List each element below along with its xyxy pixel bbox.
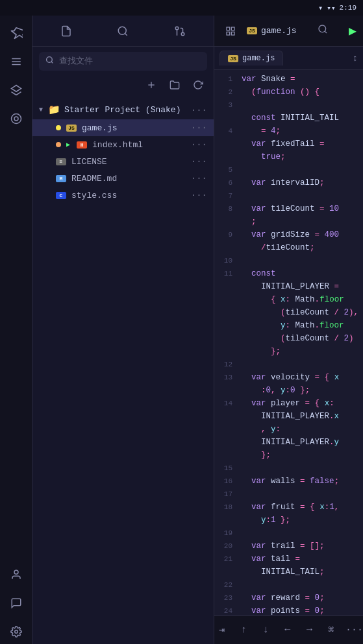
code-line-24: 24 var points = 0;	[214, 604, 363, 615]
code-line-2: 2 (function () {	[214, 86, 363, 99]
file-menu-stylecss[interactable]: ···	[191, 190, 207, 200]
svg-line-1	[11, 92, 16, 95]
svg-line-21	[325, 31, 327, 33]
svg-point-4	[14, 117, 18, 121]
code-line-13b: :0, y:0 };	[214, 384, 363, 397]
code-editor[interactable]: 1 var Snake = 2 (function () { 3 const I…	[214, 70, 363, 615]
layers-activity-icon[interactable]	[4, 78, 29, 102]
svg-point-6	[14, 630, 18, 634]
add-folder-button[interactable]	[166, 76, 184, 94]
code-line-17: 17	[214, 488, 363, 501]
file-name-readme: README.md	[71, 174, 186, 184]
chat-activity-icon[interactable]	[4, 591, 29, 615]
tab-key-button[interactable]: ⇥	[214, 620, 230, 641]
file-item-stylecss[interactable]: C style.css ···	[32, 187, 214, 204]
svg-point-7	[119, 27, 127, 34]
svg-point-10	[175, 27, 179, 30]
sidebar-actions	[32, 76, 214, 98]
code-line-14d: INITIAL_PLAYER.y	[214, 436, 363, 449]
code-line-4: 4 = 4;	[214, 125, 363, 137]
code-line-9b: /tileCount;	[214, 241, 363, 254]
file-menu-gamejs[interactable]: ···	[191, 123, 207, 133]
js-file-icon: JS	[66, 123, 77, 133]
code-line-16: 16 var walls = false;	[214, 475, 363, 488]
file-menu-license[interactable]: ···	[191, 156, 207, 167]
sidebar-search-icon[interactable]	[112, 21, 133, 42]
code-line-23: 23 var reward = 0;	[214, 591, 363, 604]
files-activity-icon[interactable]	[4, 49, 29, 74]
readme-file-icon: M	[56, 173, 66, 184]
file-item-gamejs[interactable]: JS game.js ···	[32, 119, 214, 136]
editor-search-button[interactable]	[318, 24, 328, 38]
tab-js-badge: JS	[228, 55, 238, 62]
code-line-11b: INITIAL_PLAYER =	[214, 280, 363, 293]
svg-point-9	[181, 32, 184, 36]
code-line-6: 6 var intervalID;	[214, 176, 363, 189]
code-line-12: 12	[214, 358, 363, 371]
code-line-22: 22	[214, 578, 363, 591]
sidebar-git-icon[interactable]	[169, 21, 190, 42]
tab-gamejs[interactable]: JS game.js	[219, 51, 283, 66]
editor-area: JS game.js ▶ JS game.js ↕ 1 var Snake =	[214, 16, 363, 644]
code-line-3: 3	[214, 99, 363, 112]
file-name-stylecss: style.css	[71, 191, 186, 200]
run-button[interactable]: ▶	[349, 23, 357, 39]
editor-collapse-icon[interactable]	[221, 21, 240, 41]
code-line-15: 15	[214, 462, 363, 475]
project-folder-name: Starter Project (Snake)	[64, 105, 187, 115]
command-key-button[interactable]: ⌘	[323, 620, 339, 641]
folder-menu-icon[interactable]: ···	[191, 105, 207, 115]
file-name-indexhtml: index.html	[92, 140, 186, 150]
code-line-11d: (tileCount / 2),	[214, 306, 363, 319]
code-line-11: 11 const	[214, 267, 363, 280]
folder-arrow-icon: ▼	[39, 106, 43, 113]
activity-bar	[0, 16, 32, 644]
file-item-readme[interactable]: M README.md ···	[32, 170, 214, 187]
code-line-20: 20 var trail = [];	[214, 540, 363, 553]
code-line-fixed2: true;	[214, 150, 363, 163]
code-line-8: 8 var tileCount = 10	[214, 202, 363, 215]
code-line-7: 7	[214, 189, 363, 202]
status-bar: ▾ ▾▾ 2:19	[0, 0, 363, 16]
wifi-icon: ▾	[318, 3, 323, 13]
signal-icon: ▾▾	[327, 4, 335, 12]
settings-activity-icon[interactable]	[4, 619, 29, 644]
file-item-license[interactable]: ≡ LICENSE ···	[32, 153, 214, 170]
code-line-14: 14 var player = { x:	[214, 397, 363, 410]
pin-activity-icon[interactable]	[4, 21, 29, 45]
bottom-bar: ⇥ ↑ ↓ ← → ⌘ ···	[214, 615, 363, 644]
right-arrow-button[interactable]: →	[302, 620, 318, 641]
file-dot-html-icon	[56, 142, 61, 147]
add-file-button[interactable]	[142, 76, 160, 94]
down-arrow-button[interactable]: ↓	[258, 620, 273, 641]
svg-point-3	[11, 114, 21, 124]
svg-line-2	[16, 92, 21, 95]
left-arrow-button[interactable]: ←	[280, 620, 295, 641]
file-item-indexhtml[interactable]: ▶ H index.html ···	[32, 136, 214, 153]
file-tree: ▼ 📁 Starter Project (Snake) ··· JS game.…	[32, 98, 214, 644]
editor-filename-label: game.js	[261, 26, 297, 36]
file-name-license: LICENSE	[71, 157, 186, 167]
refresh-button[interactable]	[189, 76, 207, 94]
more-options-button[interactable]: ···	[345, 620, 363, 641]
editor-topbar: JS game.js ▶	[214, 16, 363, 47]
css-file-icon: C	[56, 190, 66, 200]
tab-sort-button[interactable]: ↕	[353, 53, 358, 64]
up-arrow-button[interactable]: ↑	[236, 620, 252, 641]
target-activity-icon[interactable]	[4, 106, 29, 131]
person-activity-icon[interactable]	[4, 562, 29, 587]
file-menu-indexhtml[interactable]: ···	[191, 139, 207, 150]
sidebar-topbar	[32, 16, 214, 47]
code-line-9: 9 var gridSize = 400	[214, 228, 363, 241]
search-bar[interactable]	[39, 52, 207, 71]
code-line-18b: y:1 };	[214, 514, 363, 527]
code-line-14e: };	[214, 449, 363, 462]
svg-line-13	[51, 62, 53, 63]
search-input[interactable]	[59, 56, 201, 66]
sidebar-file-icon[interactable]	[56, 21, 77, 42]
file-menu-readme[interactable]: ···	[191, 173, 207, 184]
code-line-21b: INITIAL_TAIL;	[214, 566, 363, 578]
code-line-11c: { x: Math.floor	[214, 293, 363, 306]
svg-rect-19	[227, 32, 230, 35]
project-folder[interactable]: ▼ 📁 Starter Project (Snake) ···	[32, 101, 214, 119]
